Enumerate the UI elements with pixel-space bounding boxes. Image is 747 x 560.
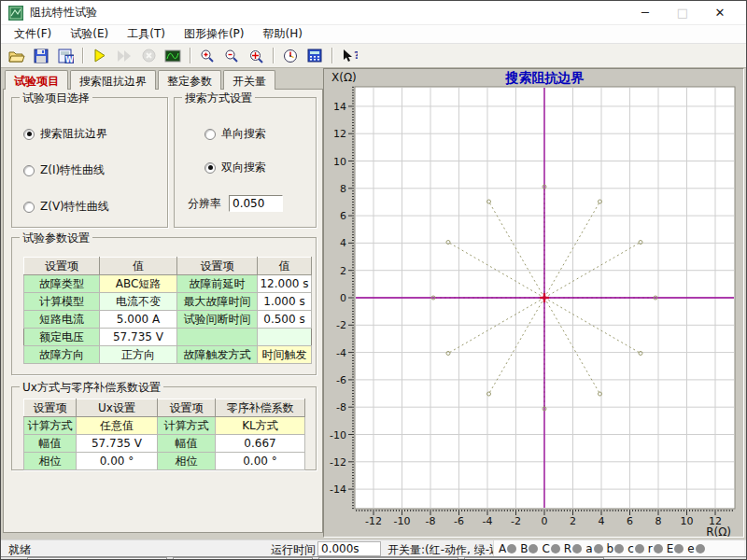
group-title: 试验项目选择 xyxy=(20,91,92,106)
left-panel: 试验项目搜索阻抗边界整定参数开关量 试验项目选择 搜索阻抗边界Z(I)特性曲线Z… xyxy=(3,68,323,538)
table-label-cell: 故障方向 xyxy=(24,346,100,364)
menu-test[interactable]: 试验(E) xyxy=(61,24,118,44)
minimize-button[interactable]: ─ xyxy=(627,2,664,24)
indicator-lamp-icon xyxy=(674,544,684,553)
maximize-button: □ xyxy=(664,2,701,24)
radio-label: Z(V)特性曲线 xyxy=(40,199,109,215)
param-table: 设置项值设置项值故障类型ABC短路故障前延时12.000 s计算模型电流不变最大… xyxy=(23,257,312,364)
indicator-letter: b xyxy=(607,542,614,555)
group-ux-zero-seq: Ux方式与零序补偿系数设置 设置项Ux设置设置项零序补偿系数计算方式任意值计算方… xyxy=(11,386,317,470)
table-label-cell: 短路电流 xyxy=(24,311,100,329)
table-label-cell: 幅值 xyxy=(158,435,216,453)
svg-text:-12: -12 xyxy=(365,515,382,527)
table-value-cell[interactable]: 0.00 ° xyxy=(77,453,158,470)
menu-help[interactable]: 帮助(H) xyxy=(254,24,312,44)
table-label-cell: 故障前延时 xyxy=(177,275,258,293)
waveform-display-button[interactable] xyxy=(161,46,185,66)
zoom-reset-button[interactable] xyxy=(244,46,268,66)
table-value-cell[interactable]: 1.000 s xyxy=(258,293,312,311)
save-file-button[interactable] xyxy=(29,46,53,66)
table-header: 值 xyxy=(258,258,312,275)
svg-text:-12: -12 xyxy=(330,456,346,469)
table-value-cell[interactable]: 0.500 s xyxy=(258,311,312,329)
table-value-cell[interactable]: 0.667 xyxy=(216,435,305,453)
tab-search-impedance-boundary[interactable]: 搜索阻抗边界 xyxy=(70,70,156,90)
group-search-mode: 搜索方式设置 单向搜索双向搜索 分辨率 xyxy=(174,97,317,228)
table-value-cell[interactable]: 0.00 ° xyxy=(216,453,305,470)
open-file-button[interactable] xyxy=(5,46,29,66)
timer-button[interactable] xyxy=(278,46,303,66)
close-button[interactable]: ✕ xyxy=(701,2,739,24)
table-value-cell[interactable]: 任意值 xyxy=(77,417,158,435)
export-word-button[interactable]: W xyxy=(53,46,78,66)
indicator-lamp-icon xyxy=(529,544,538,553)
ux-table: 设置项Ux设置设置项零序补偿系数计算方式任意值计算方式KL方式幅值57.735 … xyxy=(23,399,305,470)
table-label-cell: 相位 xyxy=(24,453,77,470)
table-value-cell[interactable]: 57.735 V xyxy=(100,329,177,346)
table-value-cell[interactable]: 电流不变 xyxy=(100,293,177,311)
radio-双向搜索[interactable]: 双向搜索 xyxy=(204,160,266,175)
svg-text:0: 0 xyxy=(340,292,346,304)
table-value-cell[interactable]: 5.000 A xyxy=(100,311,177,329)
table-value-cell[interactable]: ABC短路 xyxy=(100,275,177,293)
radio-circle-icon[interactable] xyxy=(204,162,216,174)
title-bar: 阻抗特性试验 ─ □ ✕ xyxy=(1,1,746,25)
radio-circle-icon[interactable] xyxy=(23,165,35,176)
menu-file[interactable]: 文件(F) xyxy=(5,24,61,44)
window-title: 阻抗特性试验 xyxy=(30,5,97,21)
switch-indicator-panel: ABCRabcrEe xyxy=(493,540,744,557)
radio-circle-icon[interactable] xyxy=(23,129,35,140)
stop-test-button xyxy=(136,46,161,66)
group-title: 试验参数设置 xyxy=(20,231,92,246)
zoom-out-button[interactable] xyxy=(219,46,244,66)
app-icon xyxy=(8,6,23,21)
svg-text:R(Ω): R(Ω) xyxy=(706,525,731,537)
tab-switch-quantity[interactable]: 开关量 xyxy=(223,70,275,90)
zoom-in-button[interactable] xyxy=(195,46,219,66)
radio-label: Z(I)特性曲线 xyxy=(40,162,105,178)
indicator-letter: r xyxy=(648,542,653,555)
table-header: Ux设置 xyxy=(77,399,158,417)
svg-text:2: 2 xyxy=(340,265,346,277)
svg-text:12: 12 xyxy=(333,128,346,140)
switch-indicator-E: E xyxy=(667,542,684,555)
table-header: 设置项 xyxy=(177,258,258,275)
context-help-button[interactable]: ? xyxy=(337,46,361,66)
calculator-button[interactable] xyxy=(303,46,327,66)
radio-circle-icon[interactable] xyxy=(204,129,216,140)
indicator-letter: C xyxy=(542,542,549,555)
table-value-cell[interactable]: 正方向 xyxy=(100,346,177,364)
radio-Z(I)特性曲线[interactable]: Z(I)特性曲线 xyxy=(23,162,105,178)
table-value-cell[interactable]: 12.000 s xyxy=(258,275,312,293)
indicator-letter: R xyxy=(564,542,571,555)
resolution-label: 分辨率 xyxy=(188,196,221,212)
table-label-cell: 幅值 xyxy=(24,435,77,453)
table-label-cell: 计算模型 xyxy=(24,293,100,311)
tab-strip: 试验项目搜索阻抗边界整定参数开关量 xyxy=(5,70,277,90)
indicator-letter: e xyxy=(687,542,694,555)
menu-tools[interactable]: 工具(T) xyxy=(118,24,175,44)
svg-text:-8: -8 xyxy=(426,515,436,527)
impedance-chart[interactable]: 14121086420-2-4-6-8-10-12-14-12-10-8-6-4… xyxy=(323,68,744,538)
radio-Z(V)特性曲线[interactable]: Z(V)特性曲线 xyxy=(23,199,109,215)
table-value-cell[interactable]: 时间触发 xyxy=(258,346,312,364)
svg-text:-4: -4 xyxy=(336,347,346,359)
indicator-lamp-icon xyxy=(614,544,624,553)
table-label-cell: 额定电压 xyxy=(24,329,100,346)
table-label-cell xyxy=(177,329,258,346)
runtime-value: 0.000s xyxy=(317,541,381,556)
radio-搜索阻抗边界[interactable]: 搜索阻抗边界 xyxy=(23,126,107,142)
tab-test-project[interactable]: 试验项目 xyxy=(5,70,68,90)
svg-text:2: 2 xyxy=(570,515,576,527)
indicator-lamp-icon xyxy=(551,544,560,553)
radio-单向搜索[interactable]: 单向搜索 xyxy=(204,126,266,142)
resolution-input[interactable] xyxy=(229,195,283,212)
table-value-cell[interactable] xyxy=(258,329,312,346)
menu-graph-ops[interactable]: 图形操作(P) xyxy=(175,24,254,44)
table-value-cell[interactable]: KL方式 xyxy=(216,417,305,435)
table-value-cell[interactable]: 57.735 V xyxy=(77,435,158,453)
svg-text:?: ? xyxy=(354,49,358,62)
radio-circle-icon[interactable] xyxy=(23,202,35,213)
run-test-button[interactable] xyxy=(88,46,112,66)
tab-setting-params[interactable]: 整定参数 xyxy=(158,70,221,90)
